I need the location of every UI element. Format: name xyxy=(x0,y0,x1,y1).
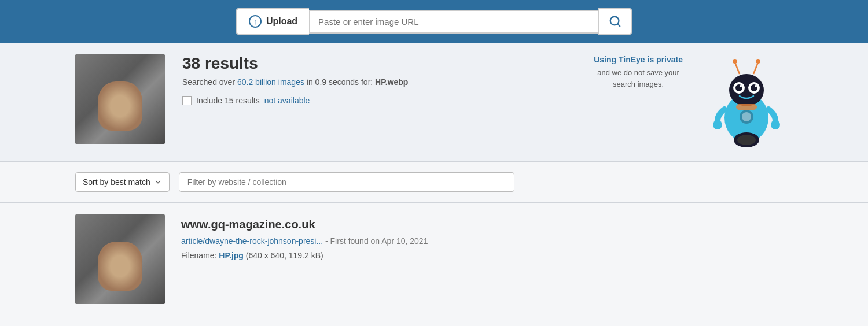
svg-point-11 xyxy=(733,59,737,64)
privacy-block: Using TinEye is private and we do not sa… xyxy=(594,54,683,90)
url-input[interactable] xyxy=(309,10,598,34)
filter-input[interactable] xyxy=(179,172,514,192)
search-results: www.gq-magazine.co.uk article/dwayne-the… xyxy=(0,203,868,326)
svg-rect-20 xyxy=(736,104,757,110)
privacy-link[interactable]: Using TinEye is private xyxy=(594,55,683,64)
sort-dropdown[interactable]: Sort by best match xyxy=(75,172,170,192)
svg-point-8 xyxy=(740,85,742,87)
upload-button[interactable]: ↑ Upload xyxy=(236,8,309,35)
result-url-row: article/dwayne-the-rock-johnson-presi...… xyxy=(181,236,428,246)
svg-point-17 xyxy=(771,120,780,129)
privacy-text: and we do not save your search images. xyxy=(594,67,683,90)
query-image xyxy=(75,54,165,144)
search-button[interactable] xyxy=(598,8,632,35)
svg-line-12 xyxy=(753,62,758,74)
svg-point-16 xyxy=(713,120,722,129)
results-count: 38 results xyxy=(182,54,576,73)
svg-line-1 xyxy=(617,24,620,26)
result-details: www.gq-magazine.co.uk article/dwayne-the… xyxy=(181,214,428,260)
filename-link[interactable]: HP.jpg xyxy=(219,251,244,260)
svg-point-9 xyxy=(755,85,757,87)
svg-line-10 xyxy=(735,62,740,74)
svg-point-19 xyxy=(737,135,756,145)
svg-point-13 xyxy=(756,59,760,64)
filter-section: Sort by best match xyxy=(0,162,868,203)
upload-label: Upload xyxy=(266,16,297,27)
searched-text: Searched over 60.2 billion images in 0.9… xyxy=(182,77,576,87)
result-found-date: - First found on Apr 10, 2021 xyxy=(323,236,428,246)
result-filename: Filename: HP.jpg (640 x 640, 119.2 kB) xyxy=(181,251,428,260)
result-domain: www.gq-magazine.co.uk xyxy=(181,218,428,231)
svg-point-15 xyxy=(742,112,751,121)
header: ↑ Upload xyxy=(0,0,868,43)
search-icon xyxy=(609,15,621,28)
results-info: 38 results Searched over 60.2 billion im… xyxy=(182,54,576,105)
result-url-link[interactable]: article/dwayne-the-rock-johnson-presi... xyxy=(181,236,323,246)
billion-images-link[interactable]: 60.2 billion images xyxy=(237,77,304,87)
upload-icon: ↑ xyxy=(249,15,262,28)
robot-illustration xyxy=(700,54,793,150)
include-row: Include 15 results not available xyxy=(182,96,576,105)
result-item: www.gq-magazine.co.uk article/dwayne-the… xyxy=(75,214,793,304)
sort-label: Sort by best match xyxy=(83,177,150,187)
chevron-down-icon xyxy=(154,178,162,186)
include-checkbox[interactable] xyxy=(182,96,192,105)
results-section: 38 results Searched over 60.2 billion im… xyxy=(0,43,868,162)
result-thumbnail xyxy=(75,214,165,304)
not-available-link[interactable]: not available xyxy=(264,96,310,105)
